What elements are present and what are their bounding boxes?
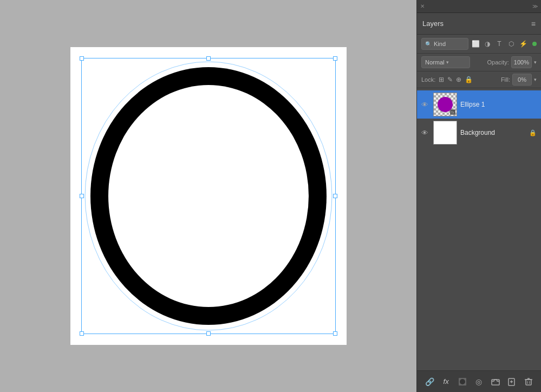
layer-thumb-circle — [438, 97, 453, 112]
panel-toolbar: 🔗 fx ◎ — [417, 370, 541, 392]
filter-image-icon[interactable]: ⬜ — [471, 39, 480, 49]
panel-menu-icon[interactable]: ≡ — [531, 19, 536, 28]
filter-active-dot — [532, 42, 537, 46]
layer-name-ellipse1: Ellipse 1 — [460, 101, 537, 108]
lock-label: Lock: — [421, 76, 435, 83]
layer-lock-background: 🔒 — [529, 129, 537, 136]
fill-value[interactable]: 0% — [512, 74, 532, 86]
lock-all-icon[interactable]: 🔒 — [465, 76, 473, 83]
opacity-label: Opacity: — [487, 59, 509, 66]
lock-row: Lock: ⊞ ✎ ⊕ 🔒 Fill: 0% ▾ — [417, 71, 541, 88]
layer-visibility-background[interactable]: 👁 — [421, 129, 430, 137]
fill-group: Fill: 0% ▾ — [501, 74, 537, 86]
panel-top-bar: ✕ ≫ — [417, 0, 541, 13]
panel-close-icon[interactable]: ✕ — [420, 3, 425, 9]
layer-thumbnail-background — [433, 121, 457, 145]
layer-thumbnail-ellipse1: fx — [433, 93, 457, 116]
new-layer-button[interactable] — [505, 375, 518, 388]
blend-mode-value: Normal — [425, 59, 444, 66]
canvas-content — [70, 47, 347, 345]
opacity-dropdown-arrow[interactable]: ▾ — [534, 60, 537, 65]
new-group-button[interactable] — [489, 375, 502, 388]
layer-name-background: Background — [460, 129, 526, 136]
svg-rect-6 — [492, 380, 499, 385]
lock-pixels-icon[interactable]: ⊞ — [439, 76, 444, 83]
lock-artboard-icon[interactable]: ⊕ — [456, 76, 461, 83]
layers-list: 👁 fx Ellipse 1 👁 Background 🔒 — [417, 88, 541, 370]
layer-mask-button[interactable] — [456, 375, 469, 388]
search-kind-label: Kind — [434, 41, 446, 47]
ring-container — [81, 58, 336, 334]
panel-header-left: Layers — [422, 19, 444, 28]
filter-shape-icon[interactable]: ⬡ — [506, 39, 516, 49]
layer-effect-badge: fx — [450, 109, 455, 115]
layer-info-ellipse1: Ellipse 1 — [460, 101, 537, 108]
layer-item-ellipse1[interactable]: 👁 fx Ellipse 1 — [417, 90, 541, 119]
blend-row: Normal ▾ Opacity: 100% ▾ — [417, 54, 541, 71]
opacity-value[interactable]: 100% — [511, 56, 532, 68]
layer-item-background[interactable]: 👁 Background 🔒 — [417, 119, 541, 147]
filter-text-icon[interactable]: T — [494, 39, 504, 49]
layer-info-background: Background — [460, 129, 526, 136]
filter-icons: ⬜ ◑ T ⬡ ⚡ — [471, 39, 537, 49]
svg-point-3 — [108, 85, 309, 307]
search-row: 🔍 Kind ⬜ ◑ T ⬡ ⚡ — [417, 35, 541, 54]
blend-mode-dropdown[interactable]: Normal ▾ — [421, 56, 470, 68]
delete-layer-button[interactable] — [522, 375, 535, 388]
opacity-group: Opacity: 100% ▾ — [487, 56, 537, 68]
canvas-area — [0, 0, 416, 392]
svg-rect-10 — [526, 380, 531, 385]
svg-point-5 — [460, 379, 465, 384]
panel-title: Layers — [422, 19, 444, 28]
link-layers-button[interactable]: 🔗 — [423, 375, 436, 388]
layers-panel: ✕ ≫ Layers ≡ 🔍 Kind ⬜ ◑ T ⬡ ⚡ Normal ▾ O… — [416, 0, 541, 392]
search-box[interactable]: 🔍 Kind — [421, 38, 468, 50]
fill-dropdown-arrow[interactable]: ▾ — [534, 77, 537, 82]
layer-visibility-ellipse1[interactable]: 👁 — [421, 101, 430, 109]
filter-adjustment-icon[interactable]: ◑ — [483, 39, 492, 49]
search-icon: 🔍 — [425, 41, 432, 47]
filter-smart-icon[interactable]: ⚡ — [518, 39, 528, 49]
new-fill-layer-button[interactable]: ◎ — [472, 375, 485, 388]
fill-label: Fill: — [501, 76, 510, 83]
layer-fx-button[interactable]: fx — [440, 375, 453, 388]
panel-header: Layers ≡ — [417, 13, 541, 35]
panel-collapse-icon[interactable]: ≫ — [532, 3, 538, 9]
ring-svg — [81, 58, 336, 334]
blend-dropdown-arrow: ▾ — [446, 60, 449, 65]
lock-position-icon[interactable]: ✎ — [447, 76, 453, 83]
